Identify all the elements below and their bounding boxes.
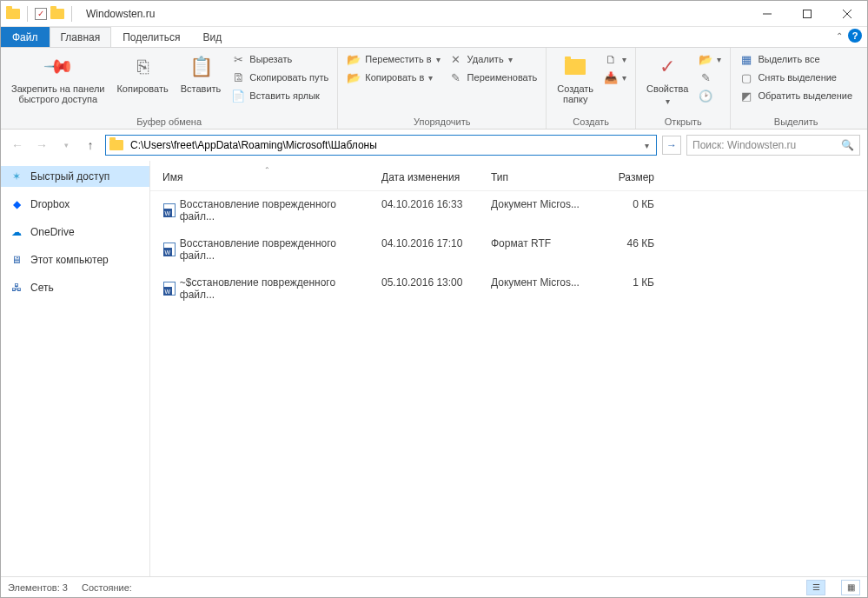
path-icon: 🖺 — [231, 70, 245, 84]
new-folder-button[interactable]: Создать папку — [553, 51, 597, 106]
new-item-icon: 🗋 — [604, 52, 618, 66]
ribbon: 📌 Закрепить на панели быстрого доступа ⎘… — [1, 48, 867, 130]
file-date: 04.10.2016 16:33 — [376, 195, 486, 226]
invert-selection-button[interactable]: ◩Обратить выделение — [738, 88, 854, 103]
navigation-bar: ← → ▾ ↑ ▾ → Поиск: Windowsten.ru 🔍 — [1, 130, 867, 161]
group-select: ▦Выделить все ▢Снять выделение ◩Обратить… — [731, 48, 861, 129]
status-bar: Элементов: 3 Состояние: ☰ ▦ — [1, 576, 867, 597]
address-dropdown-icon[interactable]: ▾ — [641, 141, 653, 150]
file-name: ~$сстановление поврежденного файл... — [180, 276, 371, 301]
sidebar-item-dropbox[interactable]: ◆ Dropbox — [1, 194, 149, 215]
properties-button[interactable]: ✓ Свойства ▾ — [643, 51, 692, 108]
large-icons-view-button[interactable]: ▦ — [841, 580, 860, 595]
pc-icon: 🖥 — [10, 253, 23, 267]
up-button[interactable]: ↑ — [81, 136, 100, 155]
sidebar-item-onedrive[interactable]: ☁ OneDrive — [1, 222, 149, 243]
maximize-button[interactable] — [787, 1, 827, 27]
file-row[interactable]: Восстановление поврежденного файл... 04.… — [150, 191, 867, 230]
search-box[interactable]: Поиск: Windowsten.ru 🔍 — [686, 135, 860, 156]
group-label: Выделить — [738, 115, 854, 127]
column-header-type[interactable]: Тип — [486, 168, 590, 187]
sidebar-item-quick-access[interactable]: ✶ Быстрый доступ — [1, 166, 149, 187]
help-icon[interactable]: ? — [848, 29, 862, 43]
column-header-date[interactable]: Дата изменения — [376, 168, 486, 187]
sidebar-item-label: Этот компьютер — [30, 254, 109, 266]
rename-button[interactable]: ✎Переименовать — [447, 70, 540, 85]
file-name: Восстановление поврежденного файл... — [180, 198, 371, 223]
address-bar[interactable]: ▾ — [105, 135, 657, 156]
close-button[interactable] — [827, 1, 867, 27]
sidebar-item-network[interactable]: 🖧 Сеть — [1, 277, 149, 298]
group-create: Создать папку 🗋▾ 📥▾ Создать — [547, 48, 636, 129]
chevron-down-icon: ▾ — [622, 73, 626, 83]
rename-icon: ✎ — [449, 70, 463, 84]
copy-to-button[interactable]: 📂Копировать в ▾ — [345, 70, 441, 85]
main-area: ✶ Быстрый доступ ◆ Dropbox ☁ OneDrive 🖥 … — [1, 161, 867, 576]
group-label: Создать — [553, 115, 628, 127]
folder-icon[interactable] — [50, 9, 64, 19]
details-view-button[interactable]: ☰ — [806, 580, 825, 595]
recent-locations-button[interactable]: ▾ — [56, 136, 76, 155]
group-open: ✓ Свойства ▾ 📂▾ ✎ 🕑 Открыть — [636, 48, 731, 129]
word-doc-icon — [162, 282, 176, 296]
open-icon: 📂 — [699, 52, 712, 66]
minimize-button[interactable] — [747, 1, 787, 27]
delete-button[interactable]: ✕Удалить ▾ — [447, 51, 540, 67]
move-to-button[interactable]: 📂Переместить в ▾ — [345, 51, 441, 67]
sidebar-item-label: Сеть — [30, 282, 54, 294]
history-button[interactable]: 🕑 — [697, 88, 723, 103]
network-icon: 🖧 — [10, 281, 23, 295]
tab-file[interactable]: Файл — [1, 27, 50, 47]
file-date: 05.10.2016 13:00 — [376, 273, 486, 304]
group-label: Буфер обмена — [8, 115, 330, 127]
group-label: Упорядочить — [345, 115, 539, 127]
file-type: Формат RTF — [486, 234, 590, 265]
quick-access-toolbar: ✓ — [1, 6, 81, 22]
forward-button[interactable]: → — [32, 136, 51, 155]
sort-indicator-icon: ⌃ — [264, 166, 270, 174]
history-icon: 🕑 — [699, 89, 712, 103]
title-bar: ✓ Windowsten.ru — [1, 1, 867, 27]
tab-view[interactable]: Вид — [191, 27, 233, 47]
address-input[interactable] — [129, 137, 641, 153]
ribbon-tabs: Файл Главная Поделиться Вид ⌃ ? — [1, 27, 867, 48]
collapse-ribbon-icon[interactable]: ⌃ — [836, 31, 843, 41]
easy-access-button[interactable]: 📥▾ — [602, 70, 628, 85]
window-title: Windowsten.ru — [81, 8, 155, 20]
paste-button[interactable]: 📋 Вставить — [177, 51, 225, 96]
chevron-down-icon: ▾ — [508, 55, 513, 64]
copy-path-button[interactable]: 🖺Скопировать путь — [229, 70, 330, 85]
new-item-button[interactable]: 🗋▾ — [602, 51, 628, 67]
file-type: Документ Micros... — [486, 195, 590, 226]
select-none-button[interactable]: ▢Снять выделение — [738, 70, 854, 85]
open-button[interactable]: 📂▾ — [697, 51, 723, 67]
word-doc-icon — [162, 243, 176, 256]
move-icon: 📂 — [347, 52, 361, 66]
cut-button[interactable]: ✂Вырезать — [229, 51, 330, 67]
sidebar-item-label: OneDrive — [30, 226, 75, 238]
column-header-name[interactable]: ⌃Имя — [157, 168, 376, 187]
status-state: Состояние: — [82, 582, 132, 593]
paste-shortcut-button[interactable]: 📄Вставить ярлык — [229, 88, 330, 103]
back-button[interactable]: ← — [8, 136, 27, 155]
group-clipboard: 📌 Закрепить на панели быстрого доступа ⎘… — [1, 48, 338, 129]
pin-to-quick-access-button[interactable]: 📌 Закрепить на панели быстрого доступа — [8, 51, 108, 106]
edit-icon: ✎ — [699, 70, 712, 84]
select-all-icon: ▦ — [739, 52, 753, 66]
edit-button[interactable]: ✎ — [697, 70, 723, 85]
copy-button[interactable]: ⎘ Копировать — [113, 51, 171, 96]
qat-properties-icon[interactable]: ✓ — [35, 8, 47, 20]
file-list: ⌃Имя Дата изменения Тип Размер Восстанов… — [150, 161, 867, 576]
sidebar-item-this-pc[interactable]: 🖥 Этот компьютер — [1, 249, 149, 270]
column-header-size[interactable]: Размер — [590, 168, 659, 187]
chevron-down-icon: ▾ — [717, 55, 721, 64]
file-row[interactable]: Восстановление поврежденного файл... 04.… — [150, 230, 867, 269]
select-all-button[interactable]: ▦Выделить все — [738, 51, 854, 67]
tab-home[interactable]: Главная — [50, 27, 112, 47]
file-row[interactable]: ~$сстановление поврежденного файл... 05.… — [150, 269, 867, 309]
sidebar-item-label: Быстрый доступ — [30, 170, 109, 183]
status-item-count: Элементов: 3 — [8, 582, 68, 593]
star-icon: ✶ — [10, 169, 23, 183]
tab-share[interactable]: Поделиться — [111, 27, 191, 47]
go-button[interactable]: → — [662, 136, 681, 155]
